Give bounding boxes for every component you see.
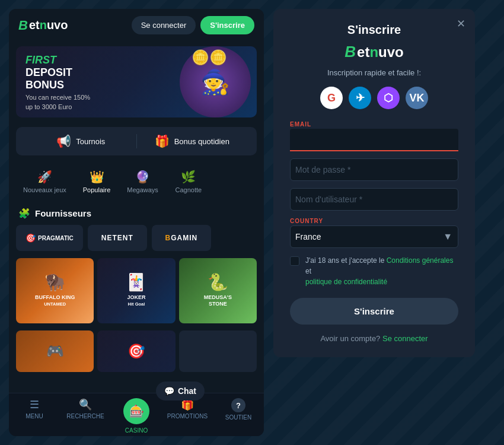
twitch-login-button[interactable]: ⬡ bbox=[377, 87, 400, 109]
email-group: EMAIL bbox=[290, 121, 458, 151]
cat-icon-3: 🔮 bbox=[135, 170, 150, 184]
nav-menu-label: MENU bbox=[25, 413, 43, 419]
modal-logo: B etnuvo bbox=[290, 43, 458, 61]
game-card-buffalo[interactable]: 🦬 BUFFALO KINGUNTAMED bbox=[16, 258, 94, 323]
nav-search[interactable]: 🔍 RECHERCHE bbox=[60, 398, 111, 434]
buffalo-icon: 🦬 bbox=[44, 272, 65, 292]
providers-title: Fournisseurs bbox=[35, 208, 91, 218]
submit-button[interactable]: S'inscrire bbox=[290, 298, 458, 325]
banner-deposit: DEPOSIT bbox=[25, 66, 90, 79]
cat-label-2: Populaire bbox=[83, 186, 110, 193]
promo-tab-2-label: Bonus quotidien bbox=[174, 137, 229, 146]
game-sm-1-icon: 🎮 bbox=[46, 343, 64, 360]
cat-label-1: Nouveaux jeux bbox=[23, 186, 66, 193]
provider-netent[interactable]: NETENT bbox=[88, 225, 147, 251]
cat-tab-cagnotte[interactable]: 🌿 Cagnotte bbox=[168, 165, 209, 198]
logo-b: B bbox=[18, 18, 28, 33]
email-input[interactable] bbox=[290, 129, 458, 151]
search-icon: 🔍 bbox=[79, 398, 92, 411]
promo-tab-tournois[interactable]: 📢 Tournois bbox=[25, 134, 137, 148]
bgamin-text2: GAMIN bbox=[171, 234, 197, 242]
logo-text: etnuvo bbox=[29, 18, 68, 32]
chat-label: Chat bbox=[178, 386, 196, 396]
social-icons: G ✈ ⬡ VK bbox=[290, 87, 458, 109]
game-card-sm-1[interactable]: 🎮 bbox=[16, 330, 94, 372]
terms-link-conditions[interactable]: Conditions générales bbox=[387, 256, 454, 265]
cat-tab-populaire[interactable]: 👑 Populaire bbox=[76, 165, 117, 198]
login-text-prefix: Avoir un compte? bbox=[320, 334, 382, 343]
medusa-icon: 🐍 bbox=[208, 273, 228, 291]
nav-menu[interactable]: ☰ MENU bbox=[9, 398, 60, 434]
nav-support-label: SOUTIEN bbox=[225, 414, 251, 421]
bgamin-text: B bbox=[165, 234, 171, 242]
buffalo-label: BUFFALO KINGUNTAMED bbox=[33, 292, 78, 310]
chat-bubble-area: 💬 Chat bbox=[179, 330, 257, 372]
provider-pragmatic[interactable]: 🎯 PRAGMATIC bbox=[16, 225, 83, 251]
banner-sub2: up to 3000 Euro bbox=[25, 103, 90, 110]
terms-row: J'ai 18 ans et j'accepte le Conditions g… bbox=[290, 255, 458, 287]
username-group bbox=[290, 188, 458, 211]
bottom-nav: ☰ MENU 🔍 RECHERCHE 🎰 CASINO 🎁 PROMOTIONS… bbox=[9, 393, 264, 436]
cat-tab-nouveaux[interactable]: 🚀 Nouveaux jeux bbox=[16, 165, 74, 198]
promo-banner[interactable]: FIRST DEPOSIT BONUS You can receive 150%… bbox=[16, 46, 257, 117]
promo-icon-1: 📢 bbox=[56, 134, 71, 148]
menu-icon: ☰ bbox=[30, 398, 39, 411]
game-card-sm-2[interactable]: 🎯 bbox=[97, 330, 175, 372]
nav-casino-label: CASINO bbox=[125, 427, 148, 434]
modal-title: S'inscrire bbox=[290, 23, 458, 37]
chat-button[interactable]: 💬 Chat bbox=[156, 382, 205, 401]
banner-text: FIRST DEPOSIT BONUS You can receive 150%… bbox=[25, 54, 90, 110]
game-sm-2-icon: 🎯 bbox=[127, 343, 145, 360]
terms-text: J'ai 18 ans et j'accepte le Conditions g… bbox=[305, 255, 458, 287]
game-card-joker[interactable]: 🃏 JOKERHit Goal bbox=[97, 258, 175, 323]
banner-bonus: BONUS bbox=[25, 79, 90, 91]
nav-casino[interactable]: 🎰 CASINO bbox=[111, 398, 162, 434]
vk-login-button[interactable]: VK bbox=[406, 87, 428, 109]
pragmatic-text: PRAGMATIC bbox=[38, 235, 74, 241]
telegram-login-button[interactable]: ✈ bbox=[349, 87, 371, 109]
nav-support[interactable]: ? SOUTIEN bbox=[213, 398, 264, 434]
games-grid: 🦬 BUFFALO KINGUNTAMED 🃏 JOKERHit Goal 🐍 … bbox=[9, 253, 264, 328]
cat-icon-4: 🌿 bbox=[181, 170, 196, 184]
username-input[interactable] bbox=[290, 188, 458, 211]
pragmatic-icon: 🎯 bbox=[25, 233, 36, 243]
cat-label-4: Cagnotte bbox=[176, 186, 202, 193]
providers-icon: 🧩 bbox=[18, 208, 30, 219]
promo-tabs: 📢 Tournois 🎁 Bonus quotidien bbox=[16, 127, 257, 155]
game-card-medusa[interactable]: 🐍 MEDUSA'SSTONE bbox=[179, 258, 257, 323]
password-group bbox=[290, 158, 458, 181]
password-input[interactable] bbox=[290, 158, 458, 181]
terms-and: et bbox=[305, 267, 311, 275]
netent-text: NETENT bbox=[101, 234, 133, 242]
cat-tab-megaways[interactable]: 🔮 Megaways bbox=[120, 165, 165, 198]
registration-modal: ✕ S'inscrire B etnuvo Inscription rapide… bbox=[273, 9, 475, 357]
modal-logo-text: etnuvo bbox=[357, 44, 404, 61]
email-label: EMAIL bbox=[290, 121, 458, 128]
category-tabs: 🚀 Nouveaux jeux 👑 Populaire 🔮 Megaways 🌿… bbox=[9, 160, 264, 203]
banner-first: FIRST bbox=[25, 54, 90, 66]
login-link[interactable]: Se connecter bbox=[382, 334, 428, 343]
modal-subtitle: Inscription rapide et facile !: bbox=[290, 68, 458, 77]
modal-close-button[interactable]: ✕ bbox=[457, 17, 465, 30]
app-panel: B etnuvo Se connecter S'inscrire FIRST D… bbox=[9, 9, 264, 436]
providers-header: 🧩 Fournisseurs bbox=[9, 203, 264, 223]
banner-coins: 🪙🪙 bbox=[192, 49, 227, 66]
country-select[interactable]: France Germany Spain bbox=[290, 225, 458, 248]
terms-checkbox[interactable] bbox=[290, 256, 299, 266]
register-button[interactable]: S'inscrire bbox=[200, 16, 254, 34]
medusa-label: MEDUSA'SSTONE bbox=[202, 292, 234, 310]
cat-icon-1: 🚀 bbox=[37, 170, 52, 184]
nav-promotions-label: PROMOTIONS bbox=[167, 413, 208, 419]
banner-sub: You can receive 150% bbox=[25, 94, 90, 101]
providers-list: 🎯 PRAGMATIC NETENT B GAMIN bbox=[9, 223, 264, 253]
nav-promotions[interactable]: 🎁 PROMOTIONS bbox=[162, 398, 213, 434]
terms-link-privacy[interactable]: politique de confidentialité bbox=[305, 278, 387, 286]
connect-button[interactable]: Se connecter bbox=[132, 16, 196, 34]
provider-bgamin[interactable]: B GAMIN bbox=[152, 225, 211, 251]
login-text: Avoir un compte? Se connecter bbox=[290, 334, 458, 343]
promo-tab-bonus[interactable]: 🎁 Bonus quotidien bbox=[137, 134, 248, 148]
google-login-button[interactable]: G bbox=[320, 87, 343, 109]
pragmatic-logo: 🎯 PRAGMATIC bbox=[25, 233, 74, 243]
country-select-wrapper: France Germany Spain ▼ bbox=[290, 225, 458, 248]
promo-icon-2: 🎁 bbox=[155, 134, 170, 148]
